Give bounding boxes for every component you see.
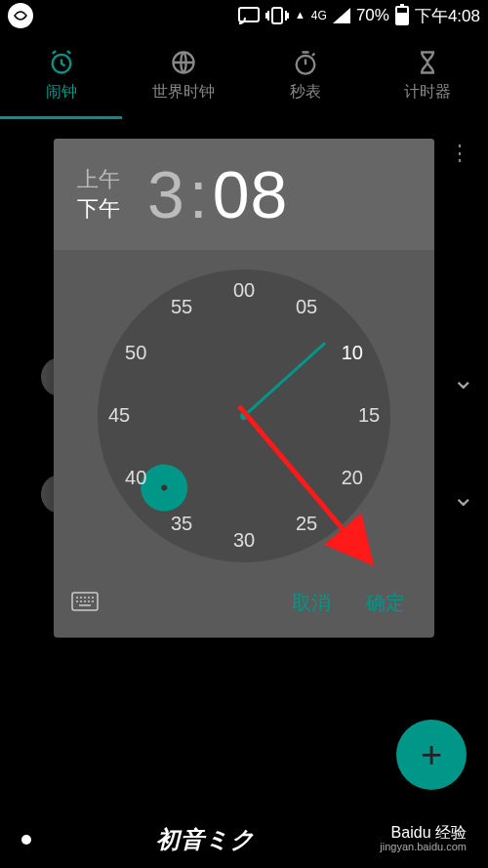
clock-tick[interactable]: 35	[162, 513, 201, 535]
time-minute[interactable]: 08	[213, 156, 289, 232]
svg-rect-1	[272, 8, 282, 23]
stopwatch-icon	[292, 49, 319, 76]
ok-button[interactable]: 确定	[348, 582, 423, 624]
alarm-icon	[48, 49, 75, 76]
battery-icon	[395, 6, 409, 25]
brand-watermark: 初音ミク	[156, 824, 256, 855]
network-label: 4G	[311, 9, 327, 22]
clock-tick[interactable]: 55	[162, 296, 201, 318]
clock-tick[interactable]: 45	[100, 404, 139, 427]
status-clock: 下午4:08	[415, 5, 480, 27]
tab-stopwatch[interactable]: 秒表	[244, 31, 366, 119]
clock-tick[interactable]: 00	[224, 279, 264, 302]
tab-timer[interactable]: 计时器	[366, 31, 488, 119]
add-alarm-fab[interactable]: +	[396, 720, 467, 790]
hourglass-icon	[414, 49, 441, 76]
clock-tick[interactable]: 05	[287, 296, 326, 318]
pm-toggle[interactable]: 下午	[77, 194, 120, 224]
time-picker-header: 上午 下午 3 : 08	[54, 139, 434, 250]
watermark-line1: Baidu 经验	[380, 826, 467, 840]
tab-label: 世界时钟	[152, 82, 215, 103]
tab-label: 闹钟	[46, 82, 77, 103]
clock-tick[interactable]: 25	[287, 513, 326, 535]
tab-alarm[interactable]: 闹钟	[0, 31, 122, 119]
signal-icon	[333, 8, 350, 23]
clock-tick[interactable]: 30	[224, 529, 264, 552]
source-watermark: Baidu 经验 jingyan.baidu.com	[380, 826, 467, 853]
status-bar: ▲ 4G 70% 下午4:08	[0, 0, 488, 31]
time-hour[interactable]: 3	[147, 156, 185, 232]
clock-face[interactable]: 000510152025303540455055	[98, 269, 390, 562]
time-picker-dialog: 上午 下午 3 : 08 000510152025303540455055	[54, 139, 434, 638]
nav-dot-icon[interactable]	[21, 835, 31, 845]
globe-icon	[170, 49, 197, 76]
clock-tick[interactable]: 10	[333, 342, 372, 364]
clock-tick[interactable]: 40	[116, 467, 155, 489]
tab-bar: 闹钟 世界时钟 秒表 计时器	[0, 31, 488, 119]
plus-icon: +	[421, 734, 442, 776]
time-colon: :	[189, 156, 209, 232]
clock-tick[interactable]: 15	[349, 404, 388, 427]
am-toggle[interactable]: 上午	[77, 165, 120, 194]
battery-percent: 70%	[356, 6, 389, 25]
cast-icon	[238, 7, 260, 24]
clock-tick[interactable]: 50	[116, 342, 155, 364]
tab-label: 计时器	[404, 82, 451, 103]
chevron-down-icon[interactable]: ⌄	[452, 480, 474, 513]
app-badge-icon	[8, 3, 33, 28]
tab-world-clock[interactable]: 世界时钟	[122, 31, 244, 119]
chevron-down-icon[interactable]: ⌄	[452, 363, 474, 395]
watermark-line2: jingyan.baidu.com	[380, 840, 467, 853]
svg-rect-0	[239, 8, 259, 21]
keyboard-icon[interactable]	[71, 592, 99, 615]
overflow-menu-icon[interactable]: ⋮	[449, 150, 470, 156]
tab-label: 秒表	[290, 82, 321, 103]
clock-center-dot	[240, 412, 248, 420]
cancel-button[interactable]: 取消	[274, 582, 348, 624]
bottom-bar: 初音ミク Baidu 经验 jingyan.baidu.com	[0, 811, 488, 868]
clock-hand[interactable]	[243, 342, 326, 417]
vibrate-icon	[265, 6, 289, 25]
clock-tick[interactable]: 20	[333, 467, 372, 489]
